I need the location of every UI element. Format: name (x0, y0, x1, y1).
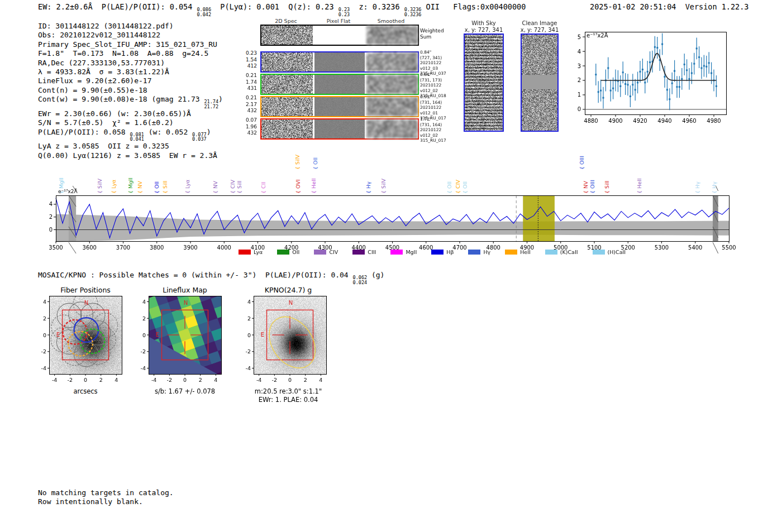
legend-label: (H)CaII (608, 249, 626, 255)
spacer (676, 2, 685, 11)
legend-item-h: Hβ (431, 249, 454, 255)
info-line: RA,Dec (227.333130,53.777031) (38, 59, 223, 68)
info-line: F=1.8" T=0.173 N=1.08 A=0.88 g=24.5 (38, 49, 223, 58)
with-sky-coords: x, y: 727, 341 (458, 27, 509, 33)
info-line: Cont(w) = 9.90(±0.08)e-18 (gmag 21.73 21… (38, 95, 223, 109)
smoothed-image (366, 26, 418, 45)
legend-swatch (277, 250, 289, 255)
legend-label: HeII (520, 249, 531, 255)
legend-label: (K)CaII (560, 249, 578, 255)
spec2d-row (260, 74, 419, 95)
weighted-sum-line: Weighted (420, 28, 444, 34)
weight-value: 432 (227, 130, 257, 137)
fiber-xlabel: arcsecs (73, 387, 97, 395)
smoothed-image (366, 97, 418, 116)
legend-label: OII (292, 249, 299, 255)
weight-value: 0.07 (227, 117, 257, 124)
elixer-report-page: { "header": { "left_segments": [ {"t":"E… (0, 0, 782, 532)
meta-line: 20210122 (420, 60, 446, 66)
legend-swatch (593, 250, 605, 255)
stacked-value: 0.230.23 (338, 7, 350, 17)
legend-label: CIII (368, 249, 376, 255)
spec2d-image (261, 119, 313, 138)
fiber-row-meta: 1.72"(731, 164)20210122v012_02315_RU_017 (420, 117, 446, 143)
spec2d-row (260, 118, 419, 140)
legend-item-ciii: CIII (352, 249, 376, 255)
legend-item-heii: HeII (505, 249, 531, 255)
stacked-value: 0.32360.3236 (404, 7, 422, 17)
spectrum-legend: LyαOIICIVCIIIMgIIHβHγHeII(K)CaII(H)CaII (239, 249, 626, 255)
clean-image (521, 33, 559, 132)
legend-item-h: Hγ (468, 249, 490, 255)
spec2d-row (260, 51, 419, 73)
meta-line: v012_03 (420, 66, 446, 71)
pixel-flat-cell (314, 26, 365, 45)
legend-item-kcaii: (K)CaII (545, 249, 578, 255)
legend-swatch (468, 250, 480, 255)
weight-value: 431 (227, 85, 257, 92)
footer-line: No matching targets in catalog. (38, 488, 174, 497)
pixel-flat-image (314, 97, 365, 116)
weight-value: 0.21 (227, 95, 257, 102)
weight-value: 1.74 (227, 79, 257, 86)
spec2d-col-header: Pixel Flat (327, 18, 351, 24)
fiber-positions-panel (35, 294, 136, 387)
info-line: LineFlux = 9.20(±2.60)e-17 (38, 76, 223, 85)
spec2d-weighted-row (260, 25, 419, 46)
footer-line: Row intentionally blank. (38, 497, 174, 506)
meta-line: (731, 164) (420, 122, 446, 128)
info-line: S/N = 5.7(±0.5) χ² = 1.6(±0.2) (38, 118, 223, 127)
legend-swatch (431, 250, 444, 255)
legend-label: Hγ (483, 249, 490, 255)
lineflux-map-title: Lineflux Map (163, 286, 207, 294)
meta-line: (731, 164) (420, 100, 446, 106)
legend-item-mgii: MgII (390, 249, 417, 255)
weighted-sum-line: Sum (420, 34, 444, 40)
legend-item-hcaii: (H)CaII (593, 249, 626, 255)
weight-value: 2.17 (227, 102, 257, 108)
weight-value: 1.54 (227, 57, 257, 64)
info-line: Cont(n) = 9.90(±0.55)e-18 (38, 86, 223, 95)
meta-line: 20210122 (420, 83, 446, 88)
info-line: λ = 4933.82Å σ = 3.83(±1.22)Å (38, 68, 223, 76)
info-line: Obs: 20210122v012_3011448122 (38, 31, 223, 40)
meta-line: 1.72" (420, 117, 446, 122)
meta-line: 0.84" (420, 50, 446, 55)
meta-line: v012_02 (420, 133, 446, 138)
legend-item-ly: Lyα (239, 249, 263, 255)
full-spectrum-plot (34, 186, 754, 255)
meta-line: 315_RU_017 (420, 138, 446, 143)
smoothed-image (366, 52, 418, 71)
fiber-positions-title: Fiber Positions (60, 286, 111, 294)
stacked-value: 0.0770.037 (192, 132, 207, 142)
lineflux-caption: s/b: 1.67 +/- 0.078 (155, 387, 215, 395)
emission-line-label-siiv: { SiIV (295, 155, 301, 170)
meta-line: (731, 173) (420, 78, 446, 83)
weight-value: 1.96 (227, 124, 257, 131)
stacked-value: 0.0620.024 (353, 275, 368, 285)
stacked-value: 0.0860.042 (197, 7, 211, 17)
info-line: EWr = 2.30(±0.66) (w: 2.30(±0.65))Å (38, 109, 223, 118)
info-line: Primary Spec_Slot_IFU_AMP: 315_021_073_R… (38, 40, 223, 49)
legend-swatch (314, 250, 326, 255)
stacked-value: 0.0810.041 (130, 132, 144, 142)
detection-info-block: ID: 3011448122 (3011448122.pdf)Obs: 2021… (38, 22, 223, 160)
report-version: Version 1.22.3 (685, 2, 749, 11)
info-line: Q(0.00) Lyα(1216) z = 3.0585 EW r = 2.3Å (38, 151, 223, 160)
report-datetime-version: 2025-01-02 20:51:04 Version 1.22.3 (590, 2, 749, 11)
legend-label: MgII (406, 249, 417, 255)
fiber-row-weights: 0.071.96432 (227, 117, 257, 137)
spec2d-col-header: 2D Spec (275, 18, 297, 24)
lineflux-map-panel (134, 294, 236, 387)
emission-line-label-oiii: { OIII (579, 156, 585, 170)
clean-image-coords: x, y: 727, 341 (514, 27, 565, 33)
clean-image-title: Clean Image (514, 20, 565, 27)
clean-image-header: Clean Imagex, y: 727, 341 (514, 20, 565, 33)
weight-value: 412 (227, 63, 257, 70)
spec2d-image (261, 52, 313, 71)
spec2d-col-header: Smoothed (378, 18, 405, 24)
smoothed-image (366, 75, 418, 94)
weight-value: 0.23 (227, 50, 257, 57)
spec2d-row (260, 96, 419, 117)
meta-line: v012_02 (420, 88, 446, 94)
